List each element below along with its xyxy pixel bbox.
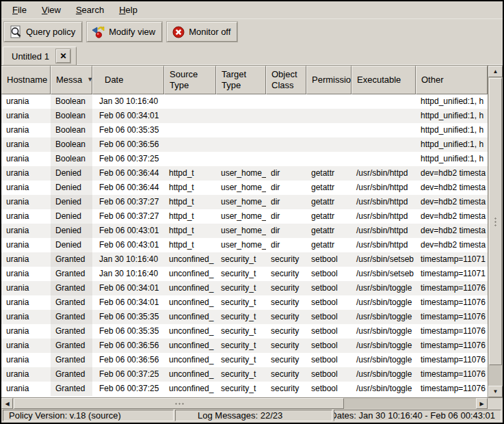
column-header-message[interactable]: Messa▼ xyxy=(51,66,92,94)
cell-message: Granted xyxy=(51,295,92,310)
monitor-off-button[interactable]: Monitor off xyxy=(167,22,237,42)
cell-message: Denied xyxy=(51,195,92,209)
column-header-object-class[interactable]: Object Class xyxy=(266,66,306,94)
cell-source_type: unconfined_ xyxy=(164,295,216,310)
table-row[interactable]: uraniaGrantedFeb 06 00:35:35unconfined_s… xyxy=(1,310,488,324)
cell-message: Granted xyxy=(51,367,92,382)
table-row[interactable]: uraniaBooleanFeb 06 00:36:56httpd_unifie… xyxy=(1,137,488,152)
cell-permission: setbool xyxy=(306,295,352,310)
cell-object_class xyxy=(266,123,306,137)
cell-date: Feb 06 00:36:44 xyxy=(92,166,164,181)
cell-hostname: urania xyxy=(1,295,51,310)
cell-target_type xyxy=(216,152,266,166)
scroll-right-button[interactable]: ▶ xyxy=(476,398,488,409)
table-row[interactable]: uraniaGrantedFeb 06 00:36:56unconfined_s… xyxy=(1,339,488,353)
table-row[interactable]: uraniaDeniedFeb 06 00:36:44httpd_tuser_h… xyxy=(1,166,488,181)
table-row[interactable]: uraniaGrantedFeb 06 00:37:25unconfined_s… xyxy=(1,382,488,396)
column-label: Executable xyxy=(357,75,401,85)
horizontal-scrollbar-track[interactable] xyxy=(345,398,476,409)
cell-executable xyxy=(352,123,416,137)
menu-search[interactable]: Search xyxy=(69,3,111,17)
cell-message: Denied xyxy=(51,238,92,252)
cell-object_class: security xyxy=(266,353,306,367)
menu-view[interactable]: View xyxy=(35,3,68,17)
cell-other: timestamp=11076 xyxy=(416,324,488,339)
cell-date: Feb 06 00:43:01 xyxy=(92,238,164,252)
scroll-down-button[interactable]: ▼ xyxy=(488,386,503,397)
cell-executable: /usr/sbin/httpd xyxy=(352,166,416,181)
table-row[interactable]: uraniaGrantedFeb 06 00:34:01unconfined_s… xyxy=(1,295,488,310)
status-bar: Policy Version: v.18 (source) Log Messag… xyxy=(1,409,503,423)
column-header-permission[interactable]: Permission xyxy=(306,66,352,94)
column-header-other[interactable]: Other xyxy=(416,66,488,94)
scroll-left-button[interactable]: ◀ xyxy=(1,398,13,409)
column-label: Messa xyxy=(56,75,82,85)
vertical-scrollbar-thumb[interactable] xyxy=(489,78,502,365)
cell-permission: setbool xyxy=(306,367,352,382)
table-row[interactable]: uraniaGrantedFeb 06 00:34:01unconfined_s… xyxy=(1,281,488,295)
column-header-target-type[interactable]: Target Type xyxy=(216,66,266,94)
cell-other: httpd_unified:1, h xyxy=(416,123,488,137)
cell-hostname: urania xyxy=(1,339,51,353)
table-row[interactable]: uraniaBooleanFeb 06 00:37:25httpd_unifie… xyxy=(1,152,488,166)
table-row[interactable]: uraniaDeniedFeb 06 00:43:01httpd_tuser_h… xyxy=(1,224,488,238)
cell-date: Feb 06 00:37:25 xyxy=(92,152,164,166)
cell-object_class: security xyxy=(266,281,306,295)
cell-permission xyxy=(306,123,352,137)
menu-file[interactable]: File xyxy=(5,3,34,17)
cell-executable: /usr/sbin/toggle xyxy=(352,281,416,295)
policy-version-text: Policy Version: v.18 (source) xyxy=(9,410,121,421)
cell-object_class xyxy=(266,109,306,123)
query-policy-button[interactable]: Query policy xyxy=(4,22,82,42)
cell-hostname: urania xyxy=(1,109,51,123)
vertical-scrollbar-track[interactable] xyxy=(488,366,503,386)
table-row[interactable]: uraniaDeniedFeb 06 00:37:27httpd_tuser_h… xyxy=(1,195,488,209)
table-row[interactable]: uraniaGrantedFeb 06 00:35:35unconfined_s… xyxy=(1,324,488,339)
cell-permission: getattr xyxy=(306,224,352,238)
cell-other: dev=hdb2 timesta xyxy=(416,209,488,224)
cell-executable: /usr/sbin/httpd xyxy=(352,238,416,252)
thumb-grip-icon xyxy=(174,402,184,406)
column-header-source-type[interactable]: Source Type xyxy=(164,66,216,94)
table-row[interactable]: uraniaDeniedFeb 06 00:37:27httpd_tuser_h… xyxy=(1,209,488,224)
table-row[interactable]: uraniaBooleanJan 30 10:16:40httpd_unifie… xyxy=(1,94,488,109)
cell-permission: setbool xyxy=(306,252,352,267)
table-row[interactable]: uraniaGrantedFeb 06 00:37:25unconfined_s… xyxy=(1,367,488,382)
cell-permission: getattr xyxy=(306,195,352,209)
table-row[interactable]: uraniaDeniedFeb 06 00:43:01httpd_tuser_h… xyxy=(1,238,488,252)
log-table-body: uraniaBooleanJan 30 10:16:40httpd_unifie… xyxy=(1,94,488,397)
cell-permission xyxy=(306,137,352,152)
column-header-hostname[interactable]: Hostname xyxy=(1,66,51,94)
tab-close-button[interactable]: ✕ xyxy=(56,49,70,63)
modify-view-button[interactable]: Modify view xyxy=(87,22,162,42)
table-row[interactable]: uraniaGrantedJan 30 10:16:40unconfined_s… xyxy=(1,252,488,267)
cell-target_type xyxy=(216,137,266,152)
cell-object_class: security xyxy=(266,382,306,396)
cell-executable: /usr/sbin/toggle xyxy=(352,367,416,382)
scroll-up-button[interactable]: ▲ xyxy=(488,66,503,77)
cell-hostname: urania xyxy=(1,152,51,166)
table-row[interactable]: uraniaBooleanFeb 06 00:35:35httpd_unifie… xyxy=(1,123,488,137)
cell-target_type: security_t xyxy=(216,281,266,295)
tab-untitled-1[interactable]: Untitled 1 ✕ xyxy=(3,47,77,65)
cell-target_type: security_t xyxy=(216,252,266,267)
cell-object_class: dir xyxy=(266,224,306,238)
horizontal-scrollbar-thumb[interactable] xyxy=(14,398,344,409)
menu-help[interactable]: Help xyxy=(112,3,144,17)
cell-source_type xyxy=(164,94,216,109)
cell-message: Denied xyxy=(51,224,92,238)
table-row[interactable]: uraniaDeniedFeb 06 00:36:44httpd_tuser_h… xyxy=(1,181,488,195)
column-label: Other xyxy=(421,75,444,85)
table-row[interactable]: uraniaGrantedJan 30 10:16:40unconfined_s… xyxy=(1,267,488,281)
cell-executable xyxy=(352,137,416,152)
cell-message: Granted xyxy=(51,339,92,353)
column-header-date[interactable]: Date xyxy=(92,66,164,94)
table-row[interactable]: uraniaGrantedFeb 06 00:36:56unconfined_s… xyxy=(1,353,488,367)
cell-hostname: urania xyxy=(1,195,51,209)
cell-other: httpd_unified:1, h xyxy=(416,137,488,152)
cell-message: Denied xyxy=(51,166,92,181)
table-row[interactable]: uraniaBooleanFeb 06 00:34:01httpd_unifie… xyxy=(1,109,488,123)
column-header-executable[interactable]: Executable xyxy=(352,66,416,94)
cell-other: dev=hdb2 timesta xyxy=(416,195,488,209)
cell-target_type: user_home_ xyxy=(216,195,266,209)
